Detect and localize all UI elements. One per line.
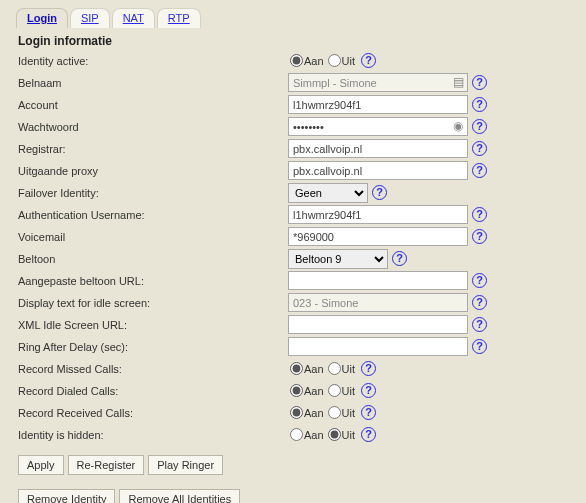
auth-user-input[interactable] [288, 205, 468, 224]
rec-missed-uit[interactable] [328, 362, 341, 375]
label-display-text: Display text for idle screen: [18, 297, 288, 309]
help-icon[interactable]: ? [472, 141, 487, 156]
wachtwoord-input[interactable] [288, 117, 468, 136]
label-ring-after: Ring After Delay (sec): [18, 341, 288, 353]
remove-identity-button[interactable]: Remove Identity [18, 489, 115, 503]
help-icon[interactable]: ? [472, 163, 487, 178]
page-container: Login SIP NAT RTP Login informatie Ident… [0, 0, 586, 503]
account-input[interactable] [288, 95, 468, 114]
button-row-2: Remove Identity Remove All Identities [18, 489, 574, 503]
hidden-radio[interactable]: Aan Uit [288, 428, 357, 441]
belnaam-input[interactable] [288, 73, 468, 92]
identity-active-radio[interactable]: Aan Uit [288, 54, 357, 67]
rec-missed-aan[interactable] [290, 362, 303, 375]
label-auth-user: Authentication Username: [18, 209, 288, 221]
label-registrar: Registrar: [18, 143, 288, 155]
identity-active-aan[interactable] [290, 54, 303, 67]
label-hidden: Identity is hidden: [18, 429, 288, 441]
radio-aan-label: Aan [304, 407, 324, 419]
rec-dialed-radio[interactable]: Aan Uit [288, 384, 357, 397]
apply-button[interactable]: Apply [18, 455, 64, 475]
label-belnaam: Belnaam [18, 77, 288, 89]
registrar-input[interactable] [288, 139, 468, 158]
beltoon-select[interactable]: Beltoon 9 [288, 249, 388, 269]
form: Identity active: Aan Uit ? Belnaam ▤ ? [12, 50, 574, 445]
label-identity-active: Identity active: [18, 55, 288, 67]
rec-dialed-aan[interactable] [290, 384, 303, 397]
label-aangepaste-url: Aangepaste beltoon URL: [18, 275, 288, 287]
xml-idle-input[interactable] [288, 315, 468, 334]
radio-uit-label: Uit [342, 429, 355, 441]
button-row-1: Apply Re-Register Play Ringer [18, 455, 574, 475]
tab-bar: Login SIP NAT RTP [16, 8, 574, 28]
radio-aan-label: Aan [304, 55, 324, 67]
label-xml-idle: XML Idle Screen URL: [18, 319, 288, 331]
rec-received-uit[interactable] [328, 406, 341, 419]
help-icon[interactable]: ? [472, 273, 487, 288]
rec-missed-radio[interactable]: Aan Uit [288, 362, 357, 375]
help-icon[interactable]: ? [472, 229, 487, 244]
reregister-button[interactable]: Re-Register [68, 455, 145, 475]
help-icon[interactable]: ? [361, 405, 376, 420]
radio-aan-label: Aan [304, 363, 324, 375]
proxy-input[interactable] [288, 161, 468, 180]
rec-dialed-uit[interactable] [328, 384, 341, 397]
play-ringer-button[interactable]: Play Ringer [148, 455, 223, 475]
label-rec-dialed: Record Dialed Calls: [18, 385, 288, 397]
label-proxy: Uitgaande proxy [18, 165, 288, 177]
rec-received-aan[interactable] [290, 406, 303, 419]
hidden-aan[interactable] [290, 428, 303, 441]
help-icon[interactable]: ? [472, 97, 487, 112]
help-icon[interactable]: ? [361, 383, 376, 398]
tab-sip[interactable]: SIP [70, 8, 110, 28]
voicemail-input[interactable] [288, 227, 468, 246]
label-failover: Failover Identity: [18, 187, 288, 199]
eye-icon[interactable]: ◉ [451, 119, 465, 133]
tab-login[interactable]: Login [16, 8, 68, 28]
label-voicemail: Voicemail [18, 231, 288, 243]
radio-uit-label: Uit [342, 55, 355, 67]
ring-after-input[interactable] [288, 337, 468, 356]
radio-aan-label: Aan [304, 429, 324, 441]
aangepaste-url-input[interactable] [288, 271, 468, 290]
help-icon[interactable]: ? [472, 207, 487, 222]
radio-uit-label: Uit [342, 385, 355, 397]
radio-aan-label: Aan [304, 385, 324, 397]
section-title: Login informatie [18, 34, 574, 48]
help-icon[interactable]: ? [392, 251, 407, 266]
display-text-input[interactable] [288, 293, 468, 312]
label-wachtwoord: Wachtwoord [18, 121, 288, 133]
help-icon[interactable]: ? [472, 317, 487, 332]
label-account: Account [18, 99, 288, 111]
radio-uit-label: Uit [342, 363, 355, 375]
failover-select[interactable]: Geen [288, 183, 368, 203]
help-icon[interactable]: ? [372, 185, 387, 200]
help-icon[interactable]: ? [361, 427, 376, 442]
hidden-uit[interactable] [328, 428, 341, 441]
identity-active-uit[interactable] [328, 54, 341, 67]
label-rec-received: Record Received Calls: [18, 407, 288, 419]
remove-all-identities-button[interactable]: Remove All Identities [119, 489, 240, 503]
help-icon[interactable]: ? [472, 75, 487, 90]
label-rec-missed: Record Missed Calls: [18, 363, 288, 375]
tab-rtp[interactable]: RTP [157, 8, 201, 28]
help-icon[interactable]: ? [472, 295, 487, 310]
contact-card-icon: ▤ [451, 75, 465, 89]
help-icon[interactable]: ? [361, 361, 376, 376]
help-icon[interactable]: ? [472, 339, 487, 354]
tab-nat[interactable]: NAT [112, 8, 155, 28]
help-icon[interactable]: ? [472, 119, 487, 134]
rec-received-radio[interactable]: Aan Uit [288, 406, 357, 419]
label-beltoon: Beltoon [18, 253, 288, 265]
help-icon[interactable]: ? [361, 53, 376, 68]
radio-uit-label: Uit [342, 407, 355, 419]
